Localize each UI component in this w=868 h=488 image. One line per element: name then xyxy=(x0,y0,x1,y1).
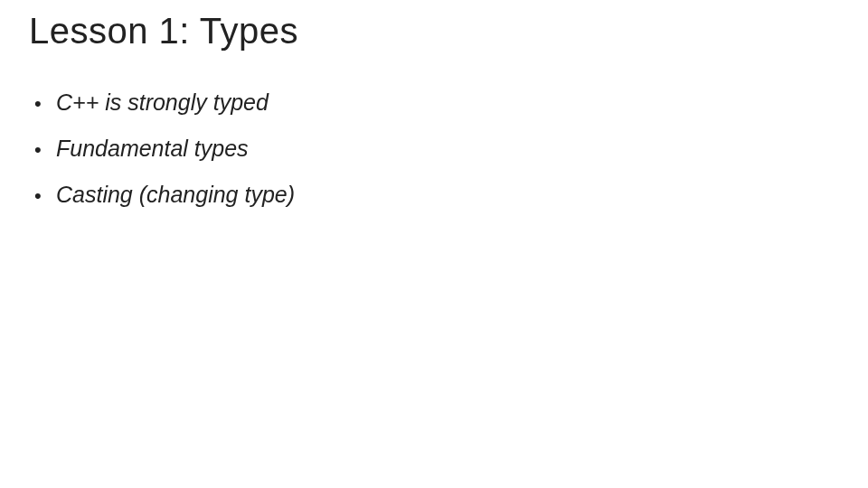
list-item: • Fundamental types xyxy=(34,136,839,162)
bullet-icon: • xyxy=(34,184,56,208)
bullet-text: Casting (changing type) xyxy=(56,182,839,208)
list-item: • Casting (changing type) xyxy=(34,182,839,208)
bullet-icon: • xyxy=(34,92,56,116)
bullet-list: • C++ is strongly typed • Fundamental ty… xyxy=(29,89,839,208)
list-item: • C++ is strongly typed xyxy=(34,89,839,116)
bullet-icon: • xyxy=(34,138,56,162)
slide-title: Lesson 1: Types xyxy=(29,11,839,52)
bullet-text: C++ is strongly typed xyxy=(56,89,839,116)
bullet-text: Fundamental types xyxy=(56,136,839,162)
